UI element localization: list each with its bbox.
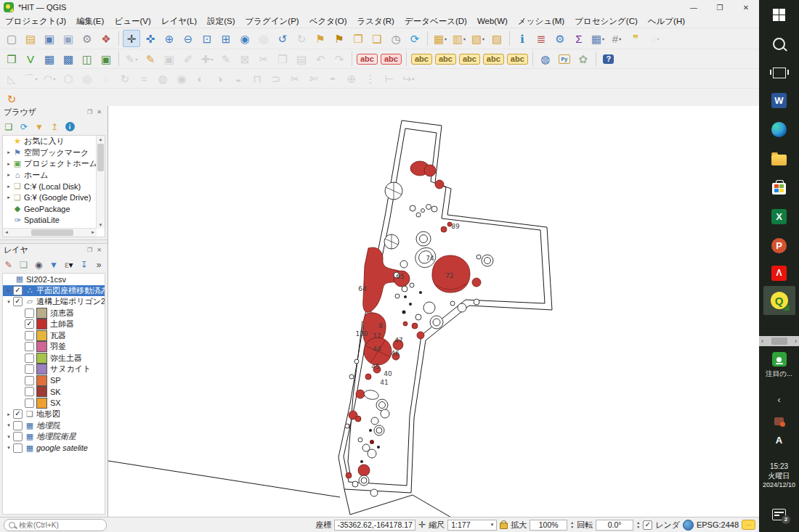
mouse-extent-icon[interactable]: ✛	[418, 520, 426, 530]
ime-mode-indicator[interactable]: A	[759, 433, 799, 446]
vertical-scrollbar[interactable]: ▲▼	[96, 136, 105, 229]
taskbar-edge[interactable]	[759, 120, 799, 138]
label-rotate-icon[interactable]: abc	[482, 50, 505, 67]
task-view-button[interactable]	[759, 64, 799, 81]
layer-item[interactable]: SP	[3, 375, 105, 387]
panel-close-icon[interactable]: ✕	[94, 109, 104, 115]
start-button[interactable]	[759, 6, 799, 23]
layer-item[interactable]: 弥生土器	[3, 353, 105, 364]
add-raster-layer-icon[interactable]: ▦	[41, 50, 58, 67]
taskbar-search-button[interactable]	[759, 35, 799, 52]
layer-visibility-checkbox[interactable]: ✓	[25, 319, 34, 329]
taskbar-scrollbar[interactable]: ‹ ›	[759, 336, 799, 346]
panel-float-icon[interactable]: ❐	[85, 247, 94, 253]
menu-item-9[interactable]: Web(W)	[472, 17, 513, 25]
layer-visibility-checkbox[interactable]	[25, 398, 34, 408]
taskbar-store[interactable]	[759, 179, 799, 196]
open-attribute-table-icon[interactable]: ▦▾	[589, 30, 607, 47]
zoom-to-selection-icon[interactable]: ◉	[236, 30, 254, 47]
label-highlight-pinned-icon[interactable]: abc	[356, 50, 378, 67]
save-project-as-icon[interactable]: ▣	[60, 30, 77, 47]
refresh-browser-icon[interactable]: ⟳	[17, 120, 31, 134]
layer-item[interactable]: サヌカイト	[3, 364, 105, 375]
map-canvas[interactable]: 8974726465813017474446454041	[108, 106, 759, 517]
taskbar-excel[interactable]: X	[759, 208, 799, 225]
add-mesh-layer-icon[interactable]: ▩	[60, 50, 77, 67]
layer-visibility-checkbox[interactable]	[25, 331, 34, 340]
layer-item[interactable]: ✓土師器	[3, 319, 105, 330]
notification-center-button[interactable]: 2	[759, 507, 799, 523]
menu-item-11[interactable]: プロセシング(C)	[569, 16, 643, 27]
select-features-icon[interactable]: ▦▾	[431, 30, 449, 47]
processing-toolbox-icon[interactable]: ⚙	[551, 30, 569, 47]
menu-item-4[interactable]: 設定(S)	[202, 16, 240, 27]
layer-visibility-checkbox[interactable]	[25, 342, 34, 351]
expander-icon[interactable]: ▾	[5, 422, 12, 428]
menu-item-3[interactable]: レイヤ(L)	[156, 16, 202, 27]
show-bookmarks-icon[interactable]: ⚑	[330, 30, 348, 47]
new-spatial-bookmark-icon[interactable]: ⚑	[312, 30, 329, 47]
scroll-left-icon[interactable]: ‹	[761, 337, 763, 345]
expander-icon[interactable]: ▸	[5, 195, 12, 200]
expander-icon[interactable]: ▸	[5, 184, 12, 189]
scrollbar-thumb[interactable]	[771, 337, 787, 345]
project-properties-icon[interactable]: ⚙	[78, 30, 96, 47]
minimize-button[interactable]: —	[681, 0, 707, 15]
restore-button[interactable]: ❐	[707, 0, 733, 15]
new-map-view-icon[interactable]: ❐	[349, 30, 367, 47]
browser-item-spatial-bookmarks[interactable]: ▸⚑空間ブックマーク	[3, 147, 105, 159]
expander-icon[interactable]: ▸	[5, 412, 12, 417]
locator-search[interactable]	[4, 519, 107, 531]
label-properties-icon[interactable]: abc	[506, 50, 529, 67]
close-button[interactable]: ✕	[733, 0, 759, 15]
render-checkbox[interactable]: ✓	[643, 520, 652, 530]
layer-visibility-checkbox[interactable]: ✓	[13, 286, 23, 295]
zoom-in-icon[interactable]: ⊕	[161, 30, 178, 47]
layer-item[interactable]: ▾▦地理院	[3, 420, 105, 432]
browser-item-favorites[interactable]: ★お気に入り	[3, 136, 105, 147]
layer-visibility-checkbox[interactable]: ✓	[13, 409, 23, 419]
layer-item[interactable]: 羽釜	[3, 341, 105, 353]
field-calculator-icon[interactable]: #▾	[608, 30, 625, 47]
layer-visibility-checkbox[interactable]	[13, 432, 23, 441]
layer-visibility-checkbox[interactable]	[25, 353, 34, 363]
select-by-value-icon[interactable]: ▥▾	[450, 30, 468, 47]
layer-visibility-checkbox[interactable]	[25, 376, 34, 385]
magnifier-field[interactable]: 100%	[530, 520, 567, 531]
horizontal-scrollbar[interactable]: ◄►	[3, 228, 97, 237]
search-input[interactable]	[17, 520, 87, 530]
collapse-all-icon[interactable]: ↥	[48, 120, 61, 134]
layer-item[interactable]: ▸✓❏地形図	[3, 409, 105, 420]
filter-by-expression-icon[interactable]: ε▾	[62, 258, 76, 271]
crs-value[interactable]: EPSG:2448	[697, 520, 739, 529]
rotation-spinner[interactable]: ▲▼	[636, 520, 640, 529]
zoom-out-icon[interactable]: ⊖	[179, 30, 197, 47]
zoom-full-icon[interactable]: ⊞	[217, 30, 235, 47]
scale-combo[interactable]: 1:177 ▾	[447, 520, 497, 531]
browser-item-home[interactable]: ▸⌂ホーム	[3, 170, 105, 181]
browser-item-spatialite[interactable]: ✑SpatiaLite	[3, 215, 105, 226]
taskbar-qgis-active[interactable]: Q	[759, 285, 799, 316]
refresh-map-icon[interactable]: ⟳	[406, 30, 423, 47]
properties-info-icon[interactable]: i	[63, 120, 76, 134]
menu-item-10[interactable]: メッシュ(M)	[513, 16, 569, 27]
layer-item[interactable]: ▸✓∴平面図座標移動済み	[3, 285, 105, 297]
new-3d-map-view-icon[interactable]: ❑	[368, 30, 386, 47]
identify-features-icon[interactable]: ℹ	[514, 30, 531, 47]
layer-item[interactable]: 瓦器	[3, 330, 105, 342]
label-pin-unpin-icon[interactable]: abc	[410, 50, 433, 67]
taskbar-powerpoint[interactable]: P	[759, 237, 799, 254]
tray-chevron-icon[interactable]: ‹	[759, 394, 799, 406]
zoom-native-icon[interactable]: ⊡	[198, 30, 216, 47]
browser-item-drive[interactable]: ▸❏G:¥ (Google Drive)	[3, 192, 105, 204]
plugin-shortcut-orange-icon[interactable]: ↻	[3, 90, 20, 107]
menu-item-5[interactable]: プラグイン(P)	[240, 16, 304, 27]
open-layer-styling-icon[interactable]: ✎	[2, 258, 15, 271]
layer-item[interactable]: ▾▦google satelite	[3, 443, 105, 454]
style-manager-icon[interactable]: ❖	[97, 30, 115, 47]
menu-item-7[interactable]: ラスタ(R)	[352, 16, 400, 27]
toggle-editing-icon[interactable]: ✎	[142, 50, 159, 67]
menu-item-2[interactable]: ビュー(V)	[109, 16, 155, 27]
add-delimited-text-layer-icon[interactable]: ◫	[78, 50, 96, 67]
panel-float-icon[interactable]: ❐	[85, 109, 94, 115]
